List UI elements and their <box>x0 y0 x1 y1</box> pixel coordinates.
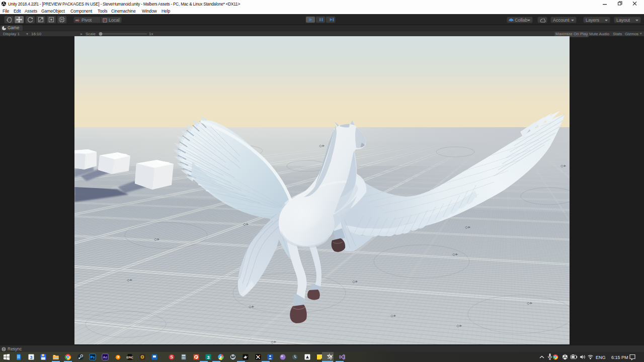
svg-text:S: S <box>170 354 173 359</box>
svg-text:EPIC: EPIC <box>127 356 133 359</box>
svg-text:3: 3 <box>30 355 32 360</box>
svg-text:Ps: Ps <box>91 355 95 359</box>
svg-text:3: 3 <box>207 355 210 360</box>
svg-text:Ae: Ae <box>103 355 107 359</box>
svg-text:P: P <box>195 355 197 359</box>
